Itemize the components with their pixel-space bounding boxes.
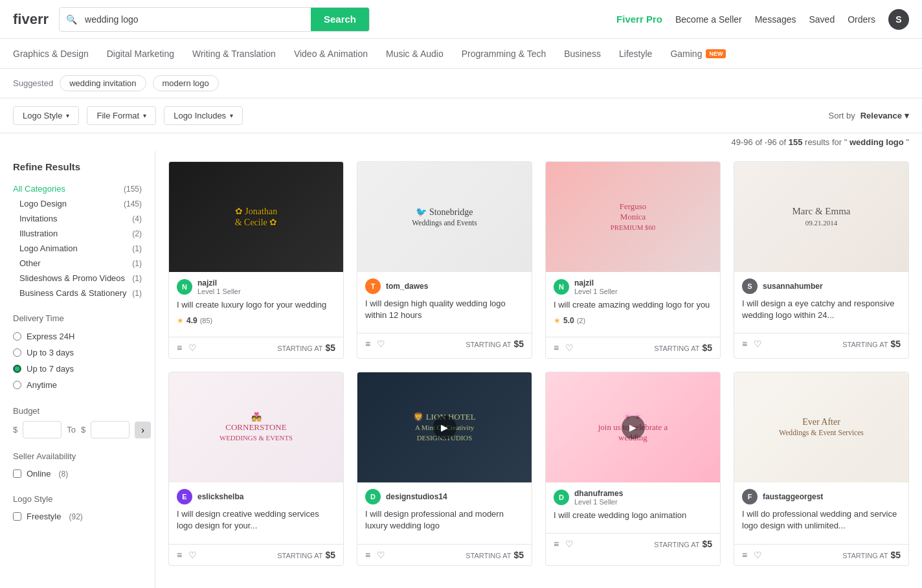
gig-price-3: $5 bbox=[702, 343, 712, 353]
budget-go-button[interactable]: › bbox=[135, 422, 151, 438]
save-icon[interactable]: ♡ bbox=[377, 550, 385, 560]
sidebar-item-logo-animation[interactable]: Logo Animation (1) bbox=[13, 241, 142, 256]
search-bar: 🔍 Search bbox=[59, 7, 370, 32]
anytime-radio[interactable] bbox=[13, 381, 21, 389]
nav-graphics-design[interactable]: Graphics & Design bbox=[13, 49, 89, 59]
nav-lifestyle[interactable]: Lifestyle bbox=[619, 49, 652, 59]
anytime-option[interactable]: Anytime bbox=[13, 377, 142, 393]
up-to-7-days-radio[interactable] bbox=[13, 365, 21, 373]
up-to-3-days-radio[interactable] bbox=[13, 348, 21, 357]
up-to-3-days-option[interactable]: Up to 3 days bbox=[13, 345, 142, 361]
gig-card-3[interactable]: FergusoMonicaPREMIUM $60 N najzil Level … bbox=[545, 161, 721, 359]
menu-icon[interactable]: ≡ bbox=[554, 539, 559, 549]
save-icon[interactable]: ♡ bbox=[188, 343, 197, 353]
budget-min-input[interactable] bbox=[23, 421, 62, 438]
starting-at-label: STARTING AT bbox=[654, 345, 699, 352]
nav-video-animation[interactable]: Video & Animation bbox=[294, 49, 368, 59]
other-count: (1) bbox=[132, 259, 142, 268]
nav-business[interactable]: Business bbox=[564, 49, 601, 59]
saved-link[interactable]: Saved bbox=[809, 14, 835, 25]
play-button-6[interactable]: ▶ bbox=[433, 416, 456, 439]
file-format-filter[interactable]: File Format ▾ bbox=[87, 106, 156, 125]
freestyle-checkbox[interactable] bbox=[13, 512, 21, 521]
menu-icon[interactable]: ≡ bbox=[177, 343, 182, 353]
save-icon[interactable]: ♡ bbox=[565, 343, 574, 353]
save-icon[interactable]: ♡ bbox=[377, 339, 385, 349]
slideshows-label: Slideshows & Promo Videos bbox=[13, 273, 125, 283]
starting-at-label: STARTING AT bbox=[277, 552, 322, 560]
sort-by-label: Sort by bbox=[828, 111, 855, 120]
logo-style-section: Logo Style Freestyle (92) bbox=[13, 494, 142, 524]
budget-max-input[interactable] bbox=[91, 421, 129, 438]
starting-at-label: STARTING AT bbox=[654, 541, 699, 548]
menu-icon[interactable]: ≡ bbox=[742, 550, 747, 560]
gig-card-2[interactable]: 🐦 StonebridgeWeddings and Events T tom_d… bbox=[357, 161, 532, 359]
save-icon[interactable]: ♡ bbox=[754, 339, 762, 349]
user-avatar[interactable]: S bbox=[888, 9, 909, 30]
online-seller-checkbox[interactable] bbox=[13, 469, 21, 478]
orders-link[interactable]: Orders bbox=[848, 14, 875, 25]
express-24h-option[interactable]: Express 24H bbox=[13, 328, 142, 345]
search-input[interactable] bbox=[77, 14, 311, 25]
menu-icon[interactable]: ≡ bbox=[365, 339, 370, 349]
freestyle-option[interactable]: Freestyle (92) bbox=[13, 509, 142, 524]
gig-price-8: $5 bbox=[890, 550, 901, 560]
save-icon[interactable]: ♡ bbox=[754, 550, 762, 560]
sort-dropdown[interactable]: Relevance ▾ bbox=[860, 111, 909, 120]
suggestion-modern-logo[interactable]: modern logo bbox=[153, 75, 219, 91]
illustration-count: (2) bbox=[132, 229, 142, 238]
sidebar-item-business-cards[interactable]: Business Cards & Stationery (1) bbox=[13, 286, 142, 300]
up-to-7-days-option[interactable]: Up to 7 days bbox=[13, 361, 142, 377]
budget-section: Budget $ To $ › bbox=[13, 406, 142, 438]
nav-digital-marketing[interactable]: Digital Marketing bbox=[107, 49, 174, 59]
seller-avatar-6: D bbox=[365, 489, 381, 504]
gig-card-7[interactable]: 🌸🌸join us to celebrate awedding ▶ D dhan… bbox=[545, 372, 721, 565]
all-categories-count: (155) bbox=[124, 185, 142, 194]
sidebar-item-logo-design[interactable]: Logo Design (145) bbox=[13, 196, 142, 211]
chevron-down-icon: ▾ bbox=[143, 112, 146, 119]
sidebar-item-other[interactable]: Other (1) bbox=[13, 256, 142, 271]
suggestion-wedding-invitation[interactable]: wedding invitation bbox=[60, 75, 146, 91]
gig-card-5[interactable]: 💑CORNERSTONEWEDDINGS & EVENTS E eslicksh… bbox=[168, 372, 344, 565]
menu-icon[interactable]: ≡ bbox=[177, 550, 182, 560]
chevron-down-icon: ▾ bbox=[66, 112, 69, 119]
online-seller-option[interactable]: Online (8) bbox=[13, 466, 142, 481]
sidebar: Refine Results All Categories (155) Logo… bbox=[0, 151, 155, 588]
star-icon: ★ bbox=[554, 316, 561, 325]
filters-row: Logo Style ▾ File Format ▾ Logo Includes… bbox=[0, 98, 922, 133]
fiverr-logo[interactable]: fiverr bbox=[13, 11, 49, 28]
express-24h-radio[interactable] bbox=[13, 332, 21, 341]
search-button[interactable]: Search bbox=[311, 8, 369, 31]
menu-icon[interactable]: ≡ bbox=[742, 339, 747, 349]
gig-card-8[interactable]: Ever AfterWeddings & Event Services F fa… bbox=[734, 372, 909, 565]
gig-card-6[interactable]: 🦁 LION HOTELA Mint Of CreativityDESIGNST… bbox=[357, 372, 532, 565]
save-icon[interactable]: ♡ bbox=[188, 550, 197, 560]
logo-includes-filter[interactable]: Logo Includes ▾ bbox=[164, 106, 243, 125]
logo-style-filter[interactable]: Logo Style ▾ bbox=[13, 106, 79, 125]
seller-avatar-5: E bbox=[177, 489, 192, 504]
gig-card-4[interactable]: Marc & Emma09.21.2014 S susannahumber I … bbox=[734, 161, 909, 359]
seller-level-1: Level 1 Seller bbox=[197, 288, 241, 295]
suggested-bar: Suggested wedding invitation modern logo bbox=[0, 69, 922, 98]
gig-title-8: I will do professional wedding and servi… bbox=[742, 508, 901, 532]
save-icon[interactable]: ♡ bbox=[565, 539, 574, 549]
nav-programming-tech[interactable]: Programming & Tech bbox=[462, 49, 546, 59]
sidebar-item-all-categories[interactable]: All Categories (155) bbox=[13, 181, 142, 196]
starting-at-label: STARTING AT bbox=[277, 345, 322, 352]
seller-name-3: najzil bbox=[574, 278, 618, 288]
sidebar-item-illustration[interactable]: Illustration (2) bbox=[13, 226, 142, 241]
sidebar-item-slideshows[interactable]: Slideshows & Promo Videos (1) bbox=[13, 271, 142, 286]
menu-icon[interactable]: ≡ bbox=[365, 550, 370, 560]
fiverr-pro-link[interactable]: Fiverr Pro bbox=[616, 14, 662, 25]
menu-icon[interactable]: ≡ bbox=[554, 343, 559, 353]
sidebar-item-invitations[interactable]: Invitations (4) bbox=[13, 211, 142, 226]
header-nav: Fiverr Pro Become a Seller Messages Save… bbox=[616, 9, 909, 30]
nav-music-audio[interactable]: Music & Audio bbox=[386, 49, 444, 59]
become-seller-link[interactable]: Become a Seller bbox=[675, 14, 742, 25]
play-button-7[interactable]: ▶ bbox=[622, 416, 645, 439]
nav-writing-translation[interactable]: Writing & Translation bbox=[192, 49, 276, 59]
nav-gaming[interactable]: Gaming NEW bbox=[670, 49, 726, 59]
seller-name-5: eslickshelba bbox=[197, 492, 243, 501]
messages-link[interactable]: Messages bbox=[755, 14, 796, 25]
gig-card-1[interactable]: ✿ Jonathan& Cecile ✿ N najzil Level 1 Se… bbox=[168, 161, 344, 359]
